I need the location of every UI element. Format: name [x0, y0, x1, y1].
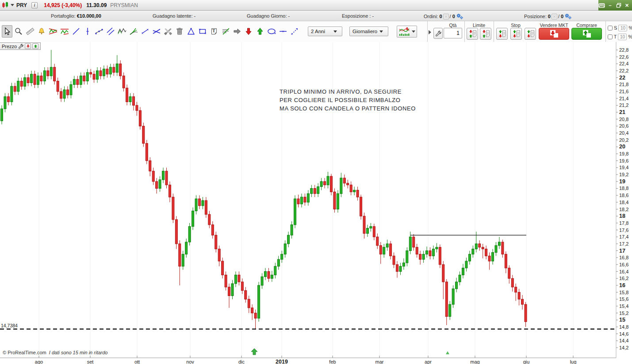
- candle-body[interactable]: [386, 244, 388, 247]
- candle-body[interactable]: [83, 76, 85, 81]
- timeframe-select[interactable]: Giornaliero: [349, 27, 388, 36]
- candle-body[interactable]: [261, 277, 263, 285]
- candle-body[interactable]: [340, 178, 342, 193]
- candle-body[interactable]: [432, 249, 434, 256]
- instrument-symbol[interactable]: PRY: [16, 2, 27, 8]
- y-tick-label[interactable]: 18,2: [619, 207, 628, 212]
- candle-body[interactable]: [439, 247, 441, 265]
- candle-body[interactable]: [31, 74, 33, 83]
- arrow-up-tool[interactable]: [255, 25, 265, 38]
- candle-body[interactable]: [63, 90, 65, 99]
- candle-body[interactable]: [284, 244, 286, 254]
- candle-body[interactable]: [472, 249, 474, 254]
- candle-body[interactable]: [277, 259, 280, 266]
- candle-body[interactable]: [419, 254, 421, 259]
- y-tick-label[interactable]: 16,4: [619, 269, 628, 274]
- y-tick-label[interactable]: 17,6: [619, 228, 628, 233]
- candle-body[interactable]: [165, 171, 168, 185]
- notes-tool[interactable]: [220, 25, 231, 38]
- delete-tool[interactable]: [174, 25, 185, 38]
- candle-body[interactable]: [126, 88, 128, 102]
- y-tick-label[interactable]: 15: [619, 317, 625, 323]
- text-tool[interactable]: T: [209, 25, 219, 38]
- candle-body[interactable]: [511, 278, 513, 287]
- y-tick-label[interactable]: 20,4: [619, 130, 628, 136]
- orders-gears-icon[interactable]: [456, 13, 463, 20]
- y-tick-label[interactable]: 20: [619, 144, 625, 150]
- candle-body[interactable]: [34, 74, 36, 85]
- candle-body[interactable]: [416, 247, 418, 254]
- close-button[interactable]: ✕: [624, 2, 630, 9]
- x-tick-label[interactable]: mag: [470, 359, 479, 364]
- buy-shortcut-button[interactable]: [32, 43, 38, 49]
- ruler-tool[interactable]: [25, 25, 35, 38]
- trailing-stop-percent-input[interactable]: [618, 34, 627, 40]
- arrow-right-tool[interactable]: [232, 25, 242, 38]
- candle-body[interactable]: [185, 242, 188, 254]
- x-tick-label[interactable]: ago: [35, 359, 43, 364]
- candle-body[interactable]: [234, 275, 237, 284]
- candle-body[interactable]: [37, 76, 39, 85]
- candle-body[interactable]: [129, 97, 131, 102]
- candle-body[interactable]: [156, 182, 158, 189]
- candle-body[interactable]: [324, 182, 326, 185]
- expand-trading-panel-icon[interactable]: [429, 30, 431, 34]
- candle-body[interactable]: [162, 171, 165, 180]
- candle-body[interactable]: [67, 90, 69, 95]
- info-button[interactable]: i: [31, 2, 38, 8]
- cancel-orders-button[interactable]: [443, 14, 449, 19]
- y-tick-label[interactable]: 17,8: [619, 220, 628, 226]
- price-chart-panel[interactable]: Prezzo 22,822,622,422,22221,821,621,421,…: [0, 42, 632, 364]
- candle-body[interactable]: [4, 97, 6, 109]
- candle-body[interactable]: [402, 263, 405, 266]
- settings-tools[interactable]: [163, 25, 173, 38]
- candle-body[interactable]: [245, 291, 247, 300]
- pattern-flat-tool[interactable]: [59, 25, 70, 38]
- candle-body[interactable]: [521, 299, 524, 304]
- candle-body[interactable]: [90, 72, 92, 74]
- trading-settings-button[interactable]: [433, 28, 443, 39]
- candle-body[interactable]: [515, 287, 517, 292]
- candle-body[interactable]: [77, 80, 79, 85]
- candle-body[interactable]: [225, 275, 227, 287]
- candle-body[interactable]: [169, 185, 171, 197]
- candle-body[interactable]: [492, 252, 494, 261]
- instrument-dropdown-icon[interactable]: [11, 4, 14, 6]
- cursor-tool[interactable]: [2, 25, 12, 38]
- candle-body[interactable]: [149, 161, 151, 171]
- candle-body[interactable]: [379, 246, 382, 254]
- trendline-tool[interactable]: [71, 25, 81, 38]
- candle-body[interactable]: [479, 244, 481, 247]
- candle-body[interactable]: [330, 176, 333, 192]
- candle-body[interactable]: [205, 201, 207, 214]
- candle-body[interactable]: [123, 76, 125, 88]
- candle-body[interactable]: [119, 64, 122, 76]
- candle-body[interactable]: [409, 237, 411, 250]
- stop-loss-checkbox[interactable]: [608, 26, 613, 30]
- trailing-stop-checkbox[interactable]: [608, 34, 613, 39]
- y-tick-label[interactable]: 17,2: [619, 241, 628, 246]
- stop-order-button-1[interactable]: [496, 28, 508, 40]
- x-tick-label[interactable]: 2019: [276, 359, 288, 364]
- candle-body[interactable]: [106, 69, 108, 74]
- segment-tool[interactable]: [140, 25, 150, 38]
- candle-body[interactable]: [268, 272, 270, 279]
- candle-body[interactable]: [294, 199, 296, 225]
- limit-order-button-2[interactable]: [480, 28, 491, 40]
- y-tick-label[interactable]: 22,6: [619, 54, 628, 60]
- y-tick-label[interactable]: 14,4: [619, 338, 628, 343]
- candle-body[interactable]: [179, 244, 181, 266]
- vertical-line-tool[interactable]: [82, 25, 93, 38]
- candlestick-chart[interactable]: 22,822,622,422,22221,821,621,421,22120,8…: [0, 42, 632, 364]
- y-tick-label[interactable]: 22: [619, 75, 625, 81]
- candle-body[interactable]: [373, 227, 375, 237]
- rectangle-tool[interactable]: [197, 25, 208, 38]
- y-tick-label[interactable]: 14,6: [619, 331, 628, 337]
- candle-body[interactable]: [363, 216, 365, 233]
- y-tick-label[interactable]: 18,8: [619, 186, 628, 191]
- y-tick-label[interactable]: 19,2: [619, 172, 628, 177]
- candle-body[interactable]: [525, 304, 527, 322]
- candle-body[interactable]: [202, 201, 204, 206]
- candle-body[interactable]: [146, 144, 148, 161]
- candle-body[interactable]: [60, 91, 62, 99]
